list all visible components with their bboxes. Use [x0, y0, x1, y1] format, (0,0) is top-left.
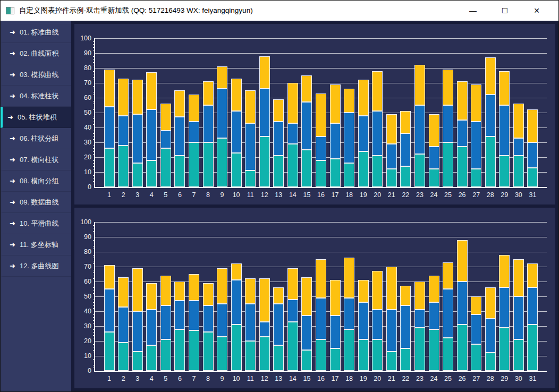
y-axis-tick-label: 30: [74, 322, 91, 330]
sidebar-item-label: 12. 多曲线图: [20, 261, 59, 271]
y-axis-tick-label: 10: [74, 352, 91, 360]
sidebar-item-label: 10. 平滑曲线: [20, 219, 59, 228]
bar-segment-stack-top-yellow-cat11: [245, 278, 256, 304]
sidebar-item-05[interactable]: ➜05. 柱状堆积: [1, 107, 71, 128]
bar-segment-stack-middle-blue-cat19: [358, 116, 369, 151]
bar-segment-stack-middle-blue-cat30: [513, 296, 524, 339]
bar-segment-stack-bottom-teal-cat22: [400, 348, 411, 371]
sidebar-item-03[interactable]: ➜03. 模拟曲线: [1, 64, 71, 86]
bar-segment-stack-middle-blue-cat7: [189, 122, 199, 142]
x-axis-tick-label: 9: [215, 191, 229, 199]
sidebar-item-label: 08. 横向分组: [20, 176, 59, 186]
x-axis-tick-label: 8: [201, 375, 215, 382]
bar-segment-stack-top-yellow-cat15: [301, 75, 312, 102]
bar-segment-stack-top-yellow-cat23: [414, 65, 425, 105]
x-axis-tick-label: 11: [243, 375, 257, 382]
x-axis-tick-label: 14: [286, 375, 300, 382]
bar-segment-stack-bottom-teal-cat16: [316, 160, 326, 187]
x-axis-tick-label: 15: [300, 191, 314, 199]
bar-segment-stack-bottom-teal-cat17: [330, 159, 341, 187]
bar-segment-stack-top-yellow-cat2: [118, 277, 129, 307]
bar-segment-stack-middle-blue-cat8: [203, 105, 214, 142]
sidebar-item-10[interactable]: ➜10. 平滑曲线: [1, 213, 71, 234]
bar-segment-stack-top-yellow-cat9: [217, 268, 227, 304]
bar-segment-stack-top-yellow-cat6: [174, 90, 185, 117]
bar-segment-stack-middle-blue-cat24: [429, 302, 439, 329]
y-axis-tick-label: 0: [74, 367, 91, 374]
sidebar-item-label: 04. 标准柱状: [20, 91, 59, 101]
x-axis-tick-label: 20: [370, 375, 384, 382]
bar-segment-stack-top-yellow-cat22: [400, 286, 411, 305]
bar-segment-stack-top-yellow-cat4: [146, 72, 157, 109]
bar-segment-stack-middle-blue-cat8: [203, 305, 214, 332]
bar-segment-stack-top-yellow-cat13: [273, 287, 284, 304]
sidebar-item-07[interactable]: ➜07. 横向柱状: [1, 149, 71, 171]
bar-segment-stack-middle-blue-cat29: [499, 287, 510, 328]
x-axis-tick-label: 7: [187, 375, 201, 382]
bar-segment-stack-top-yellow-cat8: [203, 283, 214, 305]
sidebar-item-06[interactable]: ➜06. 柱状分组: [1, 128, 71, 149]
y-axis-tick-label: 60: [74, 278, 91, 285]
x-axis-tick-label: 7: [187, 191, 201, 199]
bar-segment-stack-top-yellow-cat18: [344, 89, 354, 113]
bar-segment-stack-middle-blue-cat7: [189, 301, 199, 330]
bar-segment-stack-bottom-teal-cat10: [231, 325, 242, 371]
bar-segment-stack-bottom-teal-cat25: [443, 142, 453, 187]
sidebar-item-12[interactable]: ➜12. 多曲线图: [1, 255, 71, 277]
arrow-right-icon: ➜: [10, 219, 15, 227]
bar-segment-stack-middle-blue-cat23: [414, 310, 425, 328]
close-button[interactable]: ✕: [524, 1, 549, 21]
sidebar-item-11[interactable]: ➜11. 多坐标轴: [1, 234, 71, 255]
bar-segment-stack-bottom-teal-cat26: [457, 147, 468, 187]
bar-segment-stack-middle-blue-cat3: [132, 114, 143, 163]
bar-segment-stack-bottom-teal-cat30: [513, 339, 524, 371]
bar-segment-stack-bottom-teal-cat11: [245, 171, 256, 187]
bar-segment-stack-top-yellow-cat4: [146, 283, 157, 310]
x-axis-tick-label: 2: [116, 191, 130, 199]
bar-segment-stack-bottom-teal-cat27: [471, 169, 481, 187]
y-axis-tick-label: 60: [74, 94, 91, 101]
sidebar-item-01[interactable]: ➜01. 标准曲线: [1, 22, 71, 43]
bar-segment-stack-bottom-teal-cat13: [273, 345, 284, 371]
bar-segment-stack-middle-blue-cat9: [217, 89, 227, 138]
bar-segment-stack-middle-blue-cat10: [231, 280, 242, 325]
bar-segment-stack-middle-blue-cat12: [259, 322, 270, 337]
bar-segment-stack-top-yellow-cat17: [330, 280, 341, 316]
bar-segment-stack-top-yellow-cat29: [499, 255, 510, 288]
sidebar-item-08[interactable]: ➜08. 横向分组: [1, 171, 71, 192]
bar-segment-stack-bottom-teal-cat16: [316, 339, 326, 371]
minimize-button[interactable]: —: [461, 1, 485, 21]
bar-segment-stack-top-yellow-cat19: [358, 280, 369, 302]
x-axis-tick-label: 28: [484, 375, 497, 382]
y-axis-tick-label: 90: [74, 233, 91, 241]
y-axis-line: [94, 222, 95, 371]
bar-segment-stack-bottom-teal-cat26: [457, 325, 468, 371]
y-axis-tick-label: 50: [74, 293, 91, 300]
bar-segment-stack-bottom-teal-cat4: [146, 160, 157, 187]
bar-segment-stack-bottom-teal-cat30: [513, 156, 524, 187]
bar-segment-stack-top-yellow-cat25: [443, 70, 453, 105]
bar-segment-stack-top-yellow-cat18: [344, 258, 354, 298]
main-content: 0102030405060708090100123456789101112131…: [71, 21, 558, 392]
bar-segment-stack-bottom-teal-cat18: [344, 163, 354, 187]
bar-segment-stack-bottom-teal-cat1: [104, 148, 115, 187]
sidebar-item-02[interactable]: ➜02. 曲线面积: [1, 43, 71, 64]
bar-segment-stack-bottom-teal-cat8: [203, 332, 214, 371]
x-axis-tick-label: 4: [145, 375, 158, 382]
bar-segment-stack-middle-blue-cat22: [400, 133, 411, 166]
stacked-bar-chart-top[interactable]: 0102030405060708090100123456789101112131…: [74, 24, 555, 204]
bar-segment-stack-middle-blue-cat23: [414, 105, 425, 154]
bar-segment-stack-top-yellow-cat3: [132, 268, 143, 311]
maximize-button[interactable]: ☐: [493, 1, 517, 21]
bar-segment-stack-bottom-teal-cat21: [386, 169, 397, 187]
bar-segment-stack-middle-blue-cat5: [160, 131, 171, 149]
x-axis-tick-label: 16: [314, 191, 328, 199]
x-axis-tick-label: 25: [441, 191, 455, 199]
sidebar-item-04[interactable]: ➜04. 标准柱状: [1, 86, 71, 107]
sidebar-item-09[interactable]: ➜09. 数据曲线: [1, 192, 71, 213]
x-axis-tick-label: 13: [272, 191, 285, 199]
bar-segment-stack-top-yellow-cat3: [132, 80, 143, 114]
bar-segment-stack-top-yellow-cat31: [527, 109, 538, 142]
bar-segment-stack-middle-blue-cat16: [316, 298, 326, 339]
stacked-bar-chart-bottom[interactable]: 0102030405060708090100123456789101112131…: [74, 208, 555, 388]
